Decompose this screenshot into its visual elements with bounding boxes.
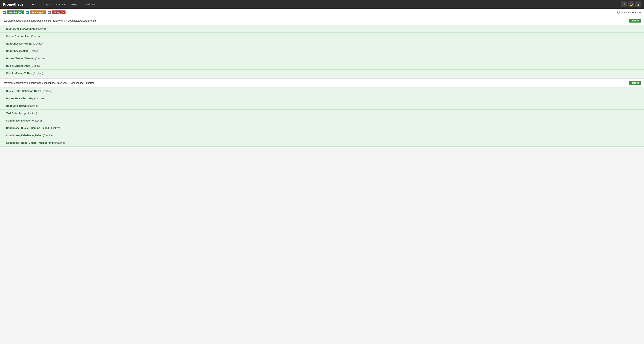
chevron-icon: ›	[4, 43, 4, 45]
rule-count: (0 active)	[54, 141, 64, 144]
rule-count: (0 active)	[49, 127, 60, 129]
chevron-down-icon: ▾	[64, 3, 66, 6]
rule-count: (0 active)	[31, 119, 42, 122]
nav-classic-ui[interactable]: Classic UI	[82, 2, 96, 7]
brand-logo[interactable]: Prometheus	[3, 2, 24, 7]
rule-name: NodeCheckerWarning	[6, 42, 32, 45]
show-annotations-label[interactable]: Show annotations	[617, 11, 641, 14]
rule-group-path-1: /etc/prometheus/alerting/couchbase/check…	[3, 19, 97, 22]
status-badge-2: inactive	[629, 81, 641, 85]
alert-rule-NodeCheckerAlert[interactable]: › NodeCheckerAlert (0 active)	[0, 47, 644, 55]
inactive-badge: Inactive (76)	[7, 11, 24, 14]
rule-name: CheckerFailureToRun	[6, 72, 32, 75]
alert-rule-CheckerFailureToRun[interactable]: › CheckerFailureToRun (0 active)	[0, 70, 644, 77]
chevron-icon: ›	[4, 105, 4, 107]
dark-mode-button[interactable]: 🌙	[628, 2, 634, 7]
rule-count: (0 active)	[30, 64, 41, 67]
rule-count: (0 active)	[27, 104, 38, 107]
alert-rule-BucketStatCollectorUp[interactable]: › BucketStatCollectorUp (0 active)	[0, 95, 644, 102]
rule-count: (0 active)	[26, 112, 37, 115]
show-annotations-text: Show annotations	[621, 11, 641, 14]
firing-badge: Firing (2)	[52, 11, 66, 14]
rule-name: Couchbase_Rebalance_Failed	[6, 134, 42, 137]
alert-rule-Couchbase_Rebalance_Failed[interactable]: › Couchbase_Rebalance_Failed (0 active)	[0, 132, 644, 139]
badge-firing-item[interactable]: Firing (2)	[48, 11, 66, 14]
firing-checkbox[interactable]	[48, 11, 51, 14]
rule-name: ClusterCheckerAlert	[6, 35, 30, 38]
rule-name: TaskCollectorUp	[6, 112, 26, 115]
nav-graph[interactable]: Graph	[42, 2, 51, 7]
rule-count: (0 active)	[35, 27, 46, 30]
navbar-right: ⚙ 🌙 ◑	[621, 2, 641, 7]
chevron-icon: ›	[4, 72, 4, 74]
alert-rule-Couchbase_Bucket_Commit_Failed[interactable]: › Couchbase_Bucket_Commit_Failed (0 acti…	[0, 124, 644, 132]
rule-name: BucketStatCollectorUp	[6, 97, 34, 100]
rule-name: BucketCheckerAlert	[6, 64, 30, 67]
rule-group-header-1: /etc/prometheus/alerting/couchbase/check…	[0, 16, 644, 25]
alert-rule-BucketCheckerWarning[interactable]: › BucketCheckerWarning (0 active)	[0, 55, 644, 62]
alert-rule-ClusterCheckerWarning[interactable]: › ClusterCheckerWarning (0 active)	[0, 25, 644, 33]
chevron-icon: ›	[4, 35, 4, 37]
alert-rule-TaskCollectorUp[interactable]: › TaskCollectorUp (0 active)	[0, 110, 644, 117]
chevron-icon: ›	[4, 28, 4, 30]
badge-inactive-item[interactable]: Inactive (76)	[3, 11, 24, 14]
chevron-icon: ›	[4, 112, 4, 114]
rule-group-path-2: /etc/prometheus/alerting/couchbase/couch…	[3, 81, 94, 84]
alert-rule-NodeCheckerWarning[interactable]: › NodeCheckerWarning (0 active)	[0, 40, 644, 47]
show-annotations-checkbox[interactable]	[617, 11, 620, 14]
contrast-button[interactable]: ◑	[635, 2, 641, 7]
rule-count: (0 active)	[32, 42, 43, 45]
rule-count: (0 active)	[34, 97, 44, 100]
badge-pending-item[interactable]: Pending (0)	[26, 11, 46, 14]
alert-rule-BucketCheckerAlert[interactable]: › BucketCheckerAlert (0 active)	[0, 62, 644, 70]
chevron-icon: ›	[4, 65, 4, 67]
chevron-icon: ›	[4, 127, 4, 129]
rule-count: (0 active)	[28, 50, 39, 53]
pending-badge: Pending (0)	[30, 11, 46, 14]
chevron-icon: ›	[4, 97, 4, 100]
nav-status[interactable]: Status ▾	[55, 2, 67, 7]
alert-rule-Bucket_Info_Collector_Down[interactable]: › Bucket_Info_Collector_Down (0 active)	[0, 87, 644, 95]
nav-alerts[interactable]: Alerts	[29, 2, 38, 7]
chevron-icon: ›	[4, 50, 4, 52]
chevron-icon: ›	[4, 90, 4, 92]
alert-rule-Couchbase_Node_Cluster_Membership[interactable]: › Couchbase_Node_Cluster_Membership (0 a…	[0, 139, 644, 146]
chevron-icon: ›	[4, 134, 4, 136]
rule-name: Couchbase_Bucket_Commit_Failed	[6, 127, 49, 129]
chevron-icon: ›	[4, 57, 4, 60]
pending-checkbox[interactable]	[26, 11, 28, 14]
chevron-icon: ›	[4, 142, 4, 144]
rule-name: Couchbase_Failover	[6, 119, 31, 122]
rule-name: BucketCheckerWarning	[6, 57, 34, 60]
rule-group-header-2: /etc/prometheus/alerting/couchbase/couch…	[0, 78, 644, 87]
rule-count: (0 active)	[41, 90, 52, 92]
rule-name: NodeCollectorUp	[6, 104, 27, 107]
rule-count: (0 active)	[30, 35, 42, 38]
status-badge-1: inactive	[629, 19, 641, 23]
filter-bar: Inactive (76) Pending (0) Firing (2) Sho…	[0, 9, 644, 16]
navbar: Prometheus Alerts Graph Status ▾ Help Cl…	[0, 0, 644, 9]
settings-button[interactable]: ⚙	[621, 2, 627, 7]
alert-rule-Couchbase_Failover[interactable]: › Couchbase_Failover (0 active)	[0, 117, 644, 124]
rule-count: (0 active)	[34, 57, 45, 60]
alert-rule-NodeCollectorUp[interactable]: › NodeCollectorUp (0 active)	[0, 102, 644, 110]
rule-count: (0 active)	[32, 72, 43, 75]
inactive-checkbox[interactable]	[3, 11, 6, 14]
rule-name: ClusterCheckerWarning	[6, 27, 35, 30]
nav-help[interactable]: Help	[70, 2, 78, 7]
main-content: /etc/prometheus/alerting/couchbase/check…	[0, 16, 644, 146]
rule-count: (0 active)	[42, 134, 53, 137]
alert-rule-ClusterCheckerAlert[interactable]: › ClusterCheckerAlert (0 active)	[0, 33, 644, 40]
rule-name: Couchbase_Node_Cluster_Membership	[6, 141, 54, 144]
rule-name: NodeCheckerAlert	[6, 50, 28, 53]
chevron-icon: ›	[4, 119, 4, 122]
rule-name: Bucket_Info_Collector_Down	[6, 90, 41, 92]
filter-badges: Inactive (76) Pending (0) Firing (2)	[3, 11, 66, 14]
